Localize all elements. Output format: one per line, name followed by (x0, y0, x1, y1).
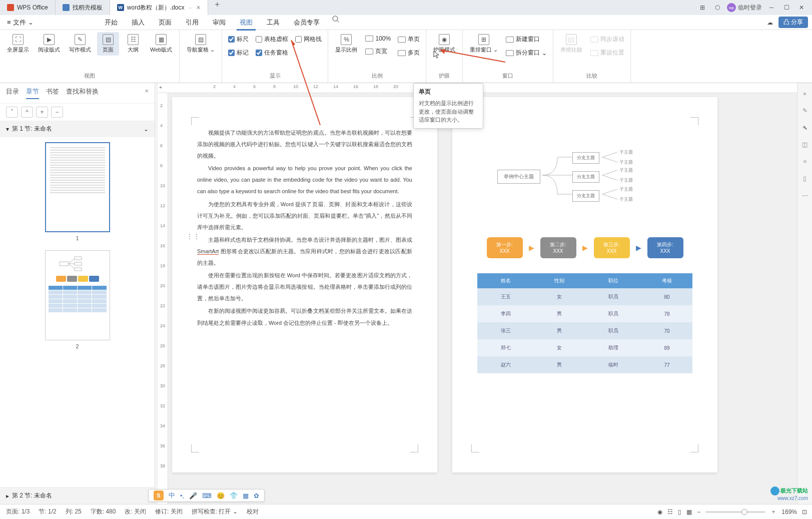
section-header[interactable]: ▾ 第 1 节: 未命名 ⌄ (0, 121, 155, 137)
menu-tab-insert[interactable]: 插入 (125, 15, 152, 30)
view-mode-icon[interactable]: ▯ (678, 508, 681, 515)
page-thumbnail[interactable] (45, 142, 110, 232)
app-icon[interactable]: ⊞ (697, 2, 708, 13)
page-width-button[interactable]: 页宽 (363, 46, 393, 57)
document-text[interactable]: 视频提供了功能强大的方法帮助您证明您的观点。当您单击联机视频时，可以在想要添加的… (197, 127, 412, 329)
ruler-checkbox[interactable]: 标尺 (226, 34, 251, 45)
web-layout-button[interactable]: ▦Web版式 (147, 32, 175, 56)
new-window-button[interactable]: 新建窗口 (504, 34, 549, 45)
bookmark-tool-icon[interactable]: ▯ (800, 174, 809, 183)
status-spellcheck[interactable]: 拼写检查: 打开 ⌄ (192, 507, 238, 516)
document-page[interactable]: 举例中心主题 分支主题 分支主题 分支主题 子主题 子主题 子主题 子主题 子主… (452, 97, 717, 472)
nav-close-button[interactable]: × (145, 87, 149, 95)
nav-tab-sections[interactable]: 章节 (26, 87, 39, 99)
nav-pane-button[interactable]: ▤导航窗格 ⌄ (184, 32, 218, 56)
maximize-button[interactable]: ☐ (781, 2, 792, 13)
menu-tab-start[interactable]: 开始 (98, 15, 125, 30)
cloud-icon[interactable]: ☁ (764, 17, 775, 28)
cursor-tool-icon[interactable]: ⬉ (800, 123, 809, 132)
layers-tool-icon[interactable]: ◫ (800, 140, 809, 149)
fit-button[interactable]: ⊡ (802, 508, 807, 515)
nav-tab-find[interactable]: 查找和替换 (66, 87, 99, 99)
fullscreen-button[interactable]: ⛶全屏显示 (4, 32, 32, 56)
status-trackchanges[interactable]: 改: 关闭 (125, 507, 146, 516)
ime-toolbar[interactable]: S 中 •, 🎤 ⌨ 😊 👕 ▦ ✿ (148, 489, 265, 502)
nav-tab-bookmarks[interactable]: 书签 (46, 87, 59, 99)
user-button[interactable]: wp 临时登录 (727, 3, 762, 12)
tab-close-icon[interactable]: · (190, 4, 192, 12)
status-column[interactable]: 列: 25 (66, 507, 82, 516)
ime-settings-icon[interactable]: ✿ (254, 492, 259, 499)
ime-punct-button[interactable]: •, (180, 492, 184, 499)
status-wordcount[interactable]: 字数: 480 (91, 507, 116, 516)
page-view-button[interactable]: ▤页面 (97, 32, 119, 56)
add-section-button[interactable]: + (36, 107, 48, 118)
cube-icon[interactable]: ⬡ (712, 2, 723, 13)
table-border-checkbox[interactable]: 表格虚框 (254, 34, 290, 45)
reading-mode-button[interactable]: ▶阅读版式 (35, 32, 63, 56)
more-tool-icon[interactable]: ⋯ (800, 191, 809, 200)
remove-section-button[interactable]: − (51, 107, 63, 118)
app-tab-document[interactable]: W word教程（新）.docx · × (110, 0, 208, 15)
ime-emoji-icon[interactable]: 😊 (217, 492, 225, 499)
zoom-button[interactable]: %显示比例 (332, 32, 360, 56)
outline-button[interactable]: ☷大纲 (122, 32, 144, 56)
link-tool-icon[interactable]: ✧ (800, 157, 809, 166)
multi-page-button[interactable]: 多页 (396, 48, 422, 58)
task-pane-checkbox[interactable]: 任务窗格 (254, 48, 290, 58)
writing-mode-button[interactable]: ✎写作模式 (66, 32, 94, 56)
zoom-100-button[interactable]: 100% (363, 34, 393, 43)
steps-smartart[interactable]: 第一步:XXX ▶ 第二步:XXX ▶ 第三步:XXX ▶ 第四步:XXX (477, 237, 692, 258)
ime-mic-icon[interactable]: 🎤 (189, 492, 197, 499)
view-mode-icon[interactable]: ◉ (657, 508, 662, 515)
single-page-button[interactable]: 单页 (396, 34, 422, 45)
ime-tool-icon[interactable]: 👕 (230, 492, 238, 499)
vertical-ruler[interactable]: 2468101214161820222426283032343638 (158, 93, 168, 504)
zoom-thumb[interactable] (741, 509, 747, 515)
document-page[interactable]: ⋮⋮ 视频提供了功能强大的方法帮助您证明您的观点。当您单击联机视频时，可以在想要… (172, 97, 437, 472)
page-thumbnail[interactable] (45, 250, 110, 340)
status-section[interactable]: 节: 1/2 (39, 507, 56, 516)
side-by-side-button[interactable]: ▯▯并排比较 (557, 32, 585, 56)
collapse-bar-icon[interactable]: « (800, 89, 809, 98)
zoom-slider[interactable] (705, 511, 765, 513)
data-table[interactable]: 姓名 性别 职位 考核 王五女职员80 李四男职员78 张三男职员70 郑七女助… (477, 273, 692, 373)
ime-keyboard-icon[interactable]: ⌨ (202, 492, 212, 499)
app-tab-wps[interactable]: WPS Office (0, 0, 56, 15)
drag-handle-icon[interactable]: ⋮⋮ (186, 232, 200, 240)
pencil-tool-icon[interactable]: ✎ (800, 106, 809, 115)
zoom-level[interactable]: 169% (781, 508, 797, 515)
app-tab-template[interactable]: 找稻壳模板 (56, 0, 110, 15)
status-revision[interactable]: 修订: 关闭 (155, 507, 183, 516)
tab-close-icon[interactable]: × (196, 4, 200, 12)
menu-tab-vip[interactable]: 会员专享 (287, 15, 327, 30)
menu-tab-page[interactable]: 页面 (152, 15, 179, 30)
view-mode-icon[interactable]: ▦ (686, 508, 692, 515)
minimize-button[interactable]: ─ (766, 2, 777, 13)
collapse-button[interactable]: ˅ (6, 107, 18, 118)
share-button[interactable]: 凸 分享 (778, 17, 808, 28)
status-proofread[interactable]: 校对 (247, 507, 259, 516)
zoom-in-button[interactable]: ＋ (770, 507, 776, 516)
tab-add-button[interactable]: + (208, 0, 227, 15)
section-header[interactable]: ▸ 第 2 节: 未命名 (0, 487, 155, 504)
zoom-out-button[interactable]: − (697, 508, 700, 515)
thumbnail-item[interactable]: 1 (5, 142, 150, 241)
menu-tab-review[interactable]: 审阅 (206, 15, 233, 30)
menu-tab-view[interactable]: 视图 (233, 15, 260, 30)
ime-cn-button[interactable]: 中 (169, 491, 175, 500)
thumbnail-item[interactable]: 2 (5, 250, 150, 349)
expand-button[interactable]: ^ (21, 107, 33, 118)
split-window-button[interactable]: 拆分窗口 ⌄ (504, 48, 549, 58)
search-icon[interactable] (332, 15, 340, 30)
status-page[interactable]: 页面: 1/3 (6, 507, 30, 516)
file-menu-button[interactable]: ≡ 文件 ⌄ (3, 18, 38, 27)
menu-tab-reference[interactable]: 引用 (179, 15, 206, 30)
view-mode-icon[interactable]: ☷ (667, 508, 673, 515)
mindmap-smartart[interactable]: 举例中心主题 分支主题 分支主题 分支主题 子主题 子主题 子主题 子主题 子主… (477, 137, 692, 217)
sogou-icon[interactable]: S (154, 490, 164, 500)
close-button[interactable]: ✕ (796, 2, 807, 13)
marks-checkbox[interactable]: 标记 (226, 48, 251, 58)
menu-tab-tools[interactable]: 工具 (260, 15, 287, 30)
nav-tab-toc[interactable]: 目录 (6, 87, 19, 99)
